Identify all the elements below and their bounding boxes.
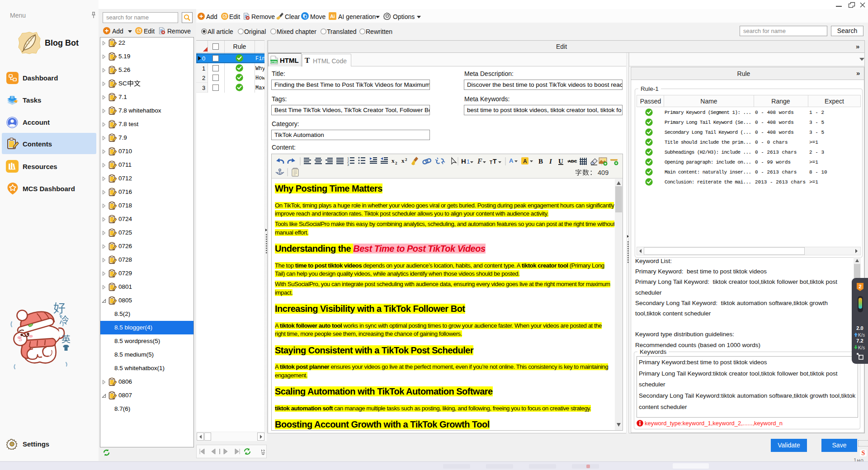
svg-text:HTML: HTML [270, 61, 278, 63]
svg-text:2: 2 [347, 160, 349, 163]
svg-text:U: U [558, 158, 563, 165]
svg-text:S: S [19, 336, 22, 343]
svg-text:1: 1 [467, 158, 470, 165]
svg-text:2: 2 [405, 157, 407, 162]
svg-text:A: A [509, 157, 514, 164]
svg-text:2: 2 [395, 161, 397, 165]
svg-text:3: 3 [347, 163, 349, 166]
svg-text:x: x [392, 157, 395, 164]
svg-text:I: I [549, 158, 552, 165]
svg-text:T: T [493, 158, 497, 165]
svg-text:H: H [461, 157, 466, 165]
svg-text:A: A [523, 158, 527, 164]
svg-text:x: x [401, 157, 405, 164]
svg-text:1: 1 [347, 157, 349, 160]
svg-text:T: T [490, 160, 492, 165]
svg-text:F: F [477, 157, 482, 165]
svg-text:B: B [538, 158, 543, 165]
svg-text:Ai: Ai [330, 14, 335, 19]
svg-text:2: 2 [859, 284, 861, 289]
